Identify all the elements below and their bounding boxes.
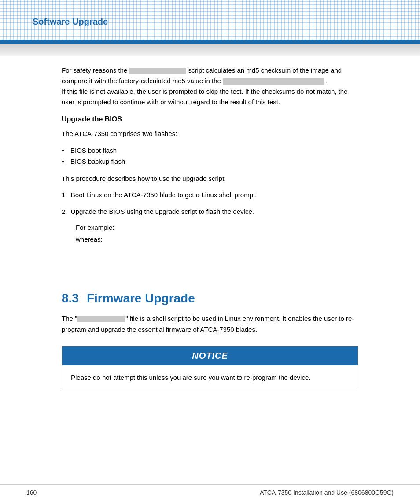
step-1: 1. Boot Linux on the ATCA-7350 blade to … (62, 190, 358, 201)
intro-text-part4: If this file is not available, the user … (62, 88, 348, 106)
section-83-title: Firmware Upgrade (87, 291, 195, 305)
notice-box: NOTICE Please do not attempt this unless… (62, 346, 358, 390)
intro-text-period: . (326, 77, 328, 85)
step-2: 2. Upgrade the BIOS using the upgrade sc… (62, 206, 358, 217)
notice-body: Please do not attempt this unless you ar… (62, 365, 358, 390)
document-title: ATCA-7350 Installation and Use (6806800G… (260, 489, 394, 496)
for-example-text: For example: (76, 224, 358, 231)
redacted-script-name (129, 68, 186, 74)
section-number: 8.3 (62, 291, 79, 305)
page-title: Software Upgrade (33, 17, 108, 27)
main-content-area: For safety reasons the script calculates… (0, 56, 420, 265)
bios-bullets-list: BIOS boot flash BIOS backup flash (62, 145, 358, 167)
upgrade-bios-heading: Upgrade the BIOS (62, 115, 358, 123)
desc-part1: The " (62, 315, 77, 322)
page-number: 160 (26, 489, 37, 496)
comprises-text: The ATCA-7350 comprises two flashes: (62, 129, 358, 140)
procedure-text: This procedure describes how to use the … (62, 173, 358, 184)
page-footer: 160 ATCA-7350 Installation and Use (6806… (0, 484, 420, 496)
step-1-number: 1. (62, 191, 71, 199)
section-83: 8.3 Firmware Upgrade The " " file is a s… (0, 291, 420, 390)
redacted-firmware-file (77, 316, 125, 322)
intro-paragraph: For safety reasons the script calculates… (62, 65, 358, 107)
section-83-header: 8.3 Firmware Upgrade (62, 291, 358, 305)
blue-divider-bar (0, 40, 420, 44)
notice-body-text: Please do not attempt this unless you ar… (71, 374, 310, 381)
whereas-text: whereas: (76, 235, 358, 243)
step-2-examples: For example: whereas: (62, 224, 358, 243)
page-header: Software Upgrade (0, 0, 420, 40)
notice-header: NOTICE (62, 346, 358, 365)
gray-gradient-bar (0, 44, 420, 56)
list-item: BIOS backup flash (62, 156, 358, 167)
notice-title: NOTICE (192, 351, 228, 361)
step-1-text: Boot Linux on the ATCA-7350 blade to get… (71, 191, 257, 199)
list-item: BIOS boot flash (62, 145, 358, 156)
step-2-number: 2. (62, 208, 71, 215)
intro-text-part1: For safety reasons the (62, 66, 127, 74)
section-83-description: The " " file is a shell script to be use… (62, 313, 358, 335)
redacted-file-path (223, 78, 324, 85)
step-2-text: Upgrade the BIOS using the upgrade scrip… (71, 208, 254, 215)
